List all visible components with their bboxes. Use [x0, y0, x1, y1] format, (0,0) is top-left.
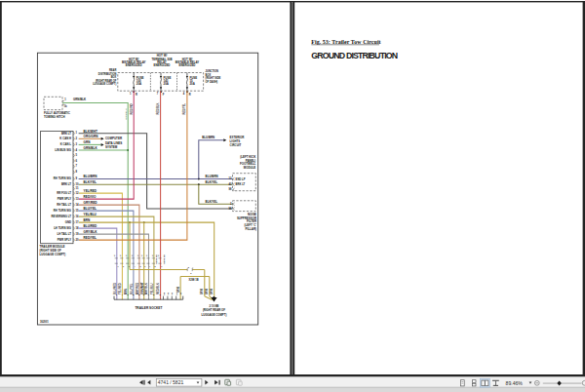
svg-text:19: 19 [76, 232, 79, 236]
svg-text:DISTRIBUTION: DISTRIBUTION [98, 72, 117, 76]
svg-text:YEL/BLU: YEL/BLU [84, 213, 98, 216]
svg-text:20A: 20A [164, 82, 170, 86]
svg-text:13: 13 [76, 197, 79, 201]
svg-text:RED/BLK: RED/BLK [156, 102, 160, 114]
svg-text:ENERGIZED: ENERGIZED [154, 63, 171, 67]
svg-text:BLU/BRN: BLU/BRN [206, 175, 218, 178]
svg-text:3: 3 [129, 265, 130, 267]
svg-text:6: 6 [144, 265, 145, 267]
svg-text:BRN/WHT: BRN/WHT [140, 282, 144, 294]
svg-text:X298 1B: X298 1B [189, 278, 199, 282]
svg-text:TRAILER SOCKET: TRAILER SOCKET [135, 306, 162, 310]
svg-text:15: 15 [76, 209, 79, 213]
svg-text:16: 16 [76, 215, 79, 218]
svg-text:RH TURN SIG: RH TURN SIG [54, 209, 71, 213]
svg-text:BLU/RED: BLU/RED [84, 224, 98, 228]
svg-text:BRK LT: BRK LT [236, 182, 246, 186]
svg-text:BOX: BOX [206, 73, 212, 77]
svg-text:1b: 1b [64, 104, 67, 108]
svg-text:LUGGAGE COMPT): LUGGAGE COMPT) [201, 313, 226, 317]
svg-text:10: 10 [145, 255, 147, 256]
svg-text:GROUND DISTRIBUTION: GROUND DISTRIBUTION [311, 51, 397, 60]
svg-text:RED/VIO: RED/VIO [130, 103, 134, 114]
svg-text:RED/BLK: RED/BLK [156, 283, 160, 294]
svg-text:REVERSING LT: REVERSING LT [52, 215, 72, 218]
svg-text:PWR SPLY: PWR SPLY [58, 238, 71, 242]
svg-text:1: 1 [117, 265, 118, 267]
svg-text:LIN BUS SIG: LIN BUS SIG [55, 148, 71, 152]
svg-text:BLK/YEL: BLK/YEL [84, 180, 97, 184]
svg-text:END LP: END LP [236, 177, 246, 181]
svg-text:YEL/RED: YEL/RED [84, 189, 98, 193]
svg-text:89.46%: 89.46% [506, 380, 524, 386]
svg-text:GRN: GRN [124, 289, 128, 294]
svg-text:TOWING HITCH: TOWING HITCH [44, 115, 64, 119]
svg-text:BRN: BRN [210, 289, 214, 294]
svg-text:8: 8 [155, 265, 156, 267]
svg-text:362001: 362001 [40, 320, 49, 324]
svg-text:(RIGHT SIDE: (RIGHT SIDE [206, 76, 221, 80]
svg-text:BLU/BRN: BLU/BRN [202, 136, 214, 139]
svg-text:ORG/GRN: ORG/GRN [84, 135, 99, 138]
svg-text:5: 5 [140, 265, 141, 267]
svg-text:PWR SPLY: PWR SPLY [58, 197, 71, 201]
svg-text:2: 2 [123, 265, 124, 267]
svg-text:20: 20 [76, 238, 79, 242]
svg-text:RED/VIO: RED/VIO [84, 195, 97, 199]
svg-text:17: 17 [76, 220, 79, 224]
svg-text:OF DASH): OF DASH) [206, 80, 218, 84]
svg-text:BRK LT: BRK LT [61, 182, 71, 186]
svg-text:GRN/BLK: GRN/BLK [84, 146, 98, 150]
svg-text:EXTERIOR: EXTERIOR [230, 136, 246, 139]
svg-text:10: 10 [140, 255, 142, 256]
svg-text:10: 10 [76, 182, 79, 186]
svg-text:20A: 20A [190, 82, 196, 86]
svg-text:9: 9 [161, 265, 162, 267]
svg-text:GND: GND [65, 220, 71, 224]
svg-text:BRN: BRN [84, 218, 91, 222]
svg-text:GRY/RED: GRY/RED [84, 201, 98, 205]
svg-text:10: 10 [136, 255, 138, 256]
svg-text:MODULE: MODULE [244, 166, 256, 170]
svg-text:K CAN H: K CAN H [59, 137, 71, 140]
svg-text:BRK LT: BRK LT [61, 132, 71, 136]
svg-text:LH TAIL LT: LH TAIL LT [58, 232, 72, 236]
svg-text:LIGHTS: LIGHTS [230, 139, 241, 143]
svg-text:BLU/BRN: BLU/BRN [84, 175, 98, 178]
svg-text:7: 7 [149, 265, 150, 267]
svg-text:YEL/BLU: YEL/BLU [150, 283, 154, 294]
svg-text:LH TURN SIG: LH TURN SIG [54, 226, 71, 230]
svg-text:RED/YEL: RED/YEL [84, 236, 98, 240]
svg-text:RH TAIL LT: RH TAIL LT [57, 203, 71, 207]
svg-text:BLK/YEL: BLK/YEL [206, 180, 218, 184]
svg-text:(RIGHT REAR OF: (RIGHT REAR OF [96, 79, 117, 83]
svg-text:10: 10 [131, 255, 133, 256]
svg-text:GRY/BLK: GRY/BLK [144, 283, 148, 294]
svg-text:LUGGAGE COMPT): LUGGAGE COMPT) [93, 82, 116, 86]
svg-text:GRY/RED: GRY/RED [136, 283, 139, 294]
svg-text:BOX: BOX [111, 75, 117, 79]
svg-text:RED/YEL: RED/YEL [182, 102, 186, 114]
svg-text:20A: 20A [136, 82, 142, 86]
svg-text:RR FOG LT: RR FOG LT [57, 191, 71, 195]
svg-text:GRN: GRN [84, 140, 92, 144]
svg-text:BLU/YEL: BLU/YEL [130, 283, 134, 294]
svg-text:K CAN L: K CAN L [60, 142, 72, 146]
svg-text:BRN: BRN [200, 289, 204, 294]
svg-text:JUNCTION: JUNCTION [206, 69, 218, 73]
svg-text:RH TURN SIG: RH TURN SIG [54, 176, 71, 180]
svg-text:R: R [136, 93, 137, 97]
svg-text:REAR: REAR [109, 68, 116, 72]
svg-text:10: 10 [151, 255, 153, 256]
svg-text:BRN: BRN [176, 287, 180, 293]
svg-text:BLU/RED: BLU/RED [113, 283, 117, 294]
svg-text:10: 10 [119, 255, 121, 256]
svg-text:X298 1B: X298 1B [163, 255, 166, 264]
svg-text:BLU/YEL: BLU/YEL [84, 207, 97, 211]
svg-text:R: R [189, 93, 191, 97]
svg-text:ENERGIZED: ENERGIZED [126, 63, 142, 67]
svg-text:PILLAR): PILLAR) [246, 227, 256, 231]
svg-text:LUGGAGE COMPT): LUGGAGE COMPT) [40, 253, 66, 256]
svg-text:14: 14 [76, 203, 79, 207]
svg-text:CIRCUIT: CIRCUIT [230, 143, 242, 147]
